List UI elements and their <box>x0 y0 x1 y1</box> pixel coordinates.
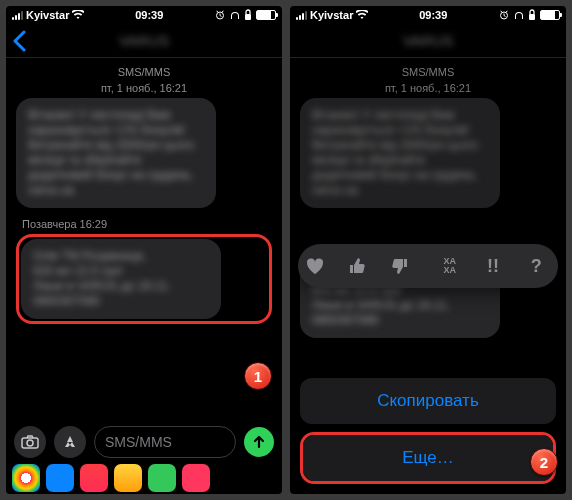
react-thumbs-up-icon[interactable] <box>348 257 378 275</box>
channel-label: SMS/MMS <box>16 66 272 78</box>
step-badge: 2 <box>530 448 558 476</box>
message-text-line: Лише в VARUS до 18.11. <box>33 279 209 294</box>
alarm-icon <box>498 9 510 21</box>
back-chevron-icon[interactable] <box>12 30 26 52</box>
carrier-label: Kyivstar <box>310 9 353 21</box>
date-header: пт, 1 нояб., 16:21 <box>16 82 272 94</box>
lock-icon <box>528 9 536 21</box>
message-bubble[interactable]: Вітаємо! У листопаді Вам нараховується +… <box>300 98 500 208</box>
react-heart-icon[interactable] <box>305 257 335 275</box>
send-button[interactable] <box>244 427 274 457</box>
clock-label: 09:39 <box>419 9 447 21</box>
message-bubble[interactable]: Вітаємо! У листопаді Вам нараховується +… <box>16 98 216 208</box>
message-input[interactable]: SMS/MMS <box>94 426 236 458</box>
wifi-icon <box>356 10 368 20</box>
app-music-icon[interactable] <box>80 464 108 492</box>
more-button[interactable]: Еще… <box>303 435 553 481</box>
channel-label: SMS/MMS <box>300 66 556 78</box>
camera-button[interactable] <box>14 426 46 458</box>
svg-point-3 <box>27 440 33 446</box>
message-input-bar: SMS/MMS <box>6 422 282 462</box>
apps-button[interactable] <box>54 426 86 458</box>
headphones-icon <box>230 9 240 21</box>
svg-rect-1 <box>245 14 251 20</box>
context-menu: Скопировать Еще… <box>300 378 556 484</box>
phone-link[interactable]: 0800307080 <box>312 313 488 328</box>
app-extra-icon[interactable] <box>182 464 210 492</box>
message-bubble[interactable]: Олія ТМ Розумниця, 820 мл 22,5 грн! Лише… <box>21 239 221 319</box>
tapback-bar: XA XA !! ? <box>298 244 558 288</box>
react-haha-icon[interactable]: XA XA <box>435 257 465 275</box>
app-appstore-icon[interactable] <box>46 464 74 492</box>
alarm-icon <box>214 9 226 21</box>
svg-rect-5 <box>529 14 535 20</box>
link-text[interactable]: varus.ua <box>28 183 204 198</box>
nav-bar: VARUS <box>6 24 282 58</box>
right-screenshot: Kyivstar 09:39 VARUS SMS/MMS пт, 1 нояб.… <box>290 6 566 494</box>
message-text: Вітаємо! У листопаді Вам нараховується +… <box>28 108 204 183</box>
wifi-icon <box>72 10 84 20</box>
copy-button[interactable]: Скопировать <box>300 378 556 424</box>
conversation-scroll[interactable]: SMS/MMS пт, 1 нояб., 16:21 Вітаємо! У ли… <box>6 58 282 422</box>
status-bar: Kyivstar 09:39 <box>6 6 282 24</box>
headphones-icon <box>514 9 524 21</box>
message-text-line: Лише в VARUS до 18.11. <box>312 298 488 313</box>
phone-link[interactable]: 0800307080 <box>33 294 209 309</box>
battery-icon <box>540 10 560 20</box>
timestamp-divider: Позавчера 16:29 <box>16 218 272 230</box>
app-memoji-icon[interactable] <box>114 464 142 492</box>
status-bar: Kyivstar 09:39 <box>290 6 566 24</box>
link-text[interactable]: varus.ua <box>312 183 488 198</box>
message-text: Вітаємо! У листопаді Вам нараховується +… <box>312 108 488 183</box>
react-question-icon[interactable]: ? <box>521 256 551 277</box>
clock-label: 09:39 <box>135 9 163 21</box>
step-badge: 1 <box>244 362 272 390</box>
selected-message-highlight: Олія ТМ Розумниця, 820 мл 22,5 грн! Лише… <box>16 234 272 324</box>
react-thumbs-down-icon[interactable] <box>391 257 421 275</box>
nav-bar: VARUS <box>290 24 566 58</box>
app-photos-icon[interactable] <box>12 464 40 492</box>
signal-icon <box>12 11 23 20</box>
message-text-line: 820 мл 22,5 грн! <box>33 264 209 279</box>
react-exclaim-icon[interactable]: !! <box>478 256 508 277</box>
date-header: пт, 1 нояб., 16:21 <box>300 82 556 94</box>
input-placeholder: SMS/MMS <box>105 434 172 450</box>
carrier-label: Kyivstar <box>26 9 69 21</box>
contact-name[interactable]: VARUS <box>119 32 170 49</box>
app-shelf[interactable] <box>6 462 282 494</box>
app-extra-icon[interactable] <box>148 464 176 492</box>
message-text-line: Олія ТМ Розумниця, <box>33 249 209 264</box>
more-button-highlight: Еще… <box>300 432 556 484</box>
left-screenshot: Kyivstar 09:39 VARUS SMS/MMS пт, 1 нояб.… <box>6 6 282 494</box>
signal-icon <box>296 11 307 20</box>
contact-name[interactable]: VARUS <box>403 32 454 49</box>
battery-icon <box>256 10 276 20</box>
lock-icon <box>244 9 252 21</box>
